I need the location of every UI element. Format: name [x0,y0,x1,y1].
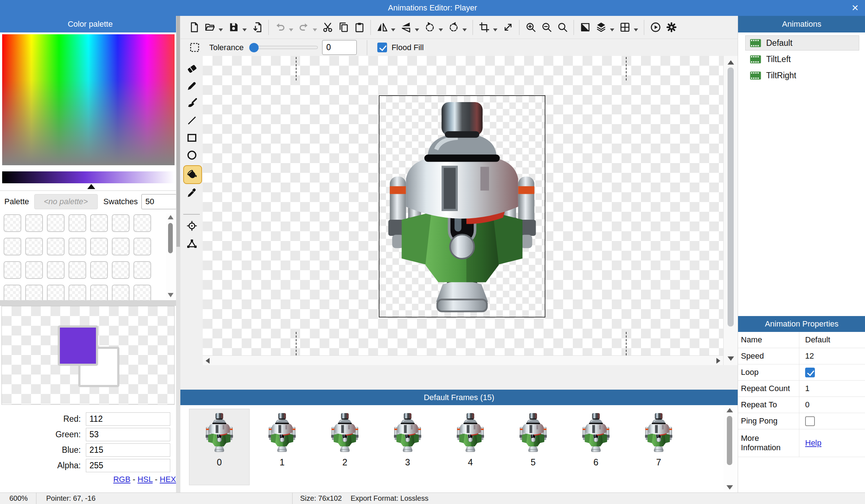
grid-menu-caret[interactable] [634,29,638,31]
open-file-menu-caret[interactable] [219,29,223,31]
animation-item[interactable]: Default [745,35,859,51]
frames-scrollbar[interactable] [724,407,736,491]
swatch-cell[interactable] [25,261,43,279]
color-field-input[interactable] [86,459,170,472]
frame-card[interactable]: 6 [566,409,626,485]
current-color-swatch[interactable] [58,325,98,366]
new-file-button[interactable] [187,21,201,34]
collision-mask-tool[interactable] [185,237,199,251]
zoom-button[interactable] [556,21,569,34]
ellipse-tool[interactable] [185,148,199,162]
invert-colors-button[interactable] [578,21,592,34]
tolerance-slider[interactable] [250,46,318,49]
scroll-left-icon[interactable] [206,358,210,364]
flip-vertical-button[interactable] [399,21,413,34]
drawing-canvas[interactable] [203,56,723,355]
swatch-cell[interactable] [90,214,108,232]
swatch-cell[interactable] [47,214,65,232]
eraser-tool[interactable] [185,62,199,75]
lightness-slider[interactable] [2,171,175,183]
swatch-cell[interactable] [133,261,151,279]
frame-card[interactable]: 2 [315,409,375,485]
swatch-cell[interactable] [47,261,65,279]
frame-card[interactable]: 3 [377,409,438,485]
export-file-button[interactable] [250,21,264,34]
frame-bounds[interactable] [379,95,545,317]
swatch-cell[interactable] [69,238,86,255]
close-button[interactable]: × [852,0,859,15]
rotate-counterclockwise-button[interactable] [423,21,436,34]
swatch-cell[interactable] [90,285,108,302]
palette-select-button[interactable]: <no palette> [34,194,98,209]
swatch-cell[interactable] [69,214,86,232]
frame-card[interactable]: 1 [252,409,312,485]
hsl-link[interactable]: HSL [137,475,153,484]
animation-item[interactable]: TiltRight [745,68,859,83]
save-menu-caret[interactable] [242,29,247,31]
swatch-cell[interactable] [4,261,21,279]
swatch-cell[interactable] [90,261,108,279]
rectangle-tool[interactable] [185,131,199,145]
swatch-cell[interactable] [133,214,151,232]
origin-point-tool[interactable] [185,219,199,233]
help-link[interactable]: Help [805,438,821,448]
color-picker-tool[interactable] [185,186,199,200]
frame-card[interactable]: 7 [628,409,689,485]
swatch-scrollbar[interactable] [166,214,175,299]
panel-scrollbar[interactable] [176,16,180,492]
preview-play-button[interactable] [649,21,662,34]
swatch-cell[interactable] [25,285,43,302]
cut-button[interactable] [321,21,334,34]
flip-horizontal-menu-caret[interactable] [391,29,395,31]
scroll-down-icon[interactable] [728,356,734,361]
swatch-cell[interactable] [112,285,129,302]
scroll-right-icon[interactable] [716,358,720,364]
frame-card[interactable]: 5 [503,409,563,485]
line-tool[interactable] [185,114,199,127]
frame-card[interactable]: 4 [440,409,501,485]
crop-menu-caret[interactable] [493,29,497,31]
flip-vertical-menu-caret[interactable] [415,29,419,31]
fill-bucket-tool[interactable] [185,167,199,181]
swatch-cell[interactable] [69,261,86,279]
hex-link[interactable]: HEX [160,475,176,484]
swatch-cell[interactable] [112,238,129,255]
brush-tool[interactable] [185,96,199,110]
rotate-clockwise-button[interactable] [447,21,460,34]
undo-menu-caret[interactable] [289,29,293,31]
rectangular-selection-icon[interactable] [188,41,201,54]
swatch-cell[interactable] [4,285,21,302]
scrollbar-thumb[interactable] [176,16,180,247]
swatches-count-input[interactable] [141,194,177,209]
scroll-up-icon[interactable] [168,215,174,219]
color-field-input[interactable] [86,443,170,457]
flood-fill-checkbox[interactable] [377,43,387,52]
swatch-cell[interactable] [90,238,108,255]
crop-button[interactable] [477,21,491,34]
canvas-vertical-scrollbar[interactable] [723,56,738,365]
rgb-link[interactable]: RGB [113,475,131,484]
property-checkbox[interactable] [805,416,815,426]
scrollbar-thumb[interactable] [728,67,734,326]
scrollbar-thumb[interactable] [168,223,173,253]
rotate-clockwise-menu-caret[interactable] [462,29,467,31]
swatch-cell[interactable] [25,238,43,255]
frame-card[interactable]: 0 [189,409,250,485]
color-field-input[interactable] [86,412,170,426]
paste-button[interactable] [352,21,366,34]
swatch-cell[interactable] [112,261,129,279]
scroll-up-icon[interactable] [726,408,733,412]
redo-menu-caret[interactable] [313,29,317,31]
zoom-in-button[interactable] [524,21,537,34]
swatch-cell[interactable] [25,214,43,232]
resize-button[interactable] [501,21,515,34]
swatch-cell[interactable] [47,285,65,302]
rotate-counterclockwise-menu-caret[interactable] [439,29,443,31]
swatch-cell[interactable] [133,285,151,302]
undo-button[interactable] [273,21,287,34]
save-button[interactable] [227,21,240,34]
property-checkbox[interactable] [805,368,815,377]
layers-menu-caret[interactable] [610,29,614,31]
flip-horizontal-button[interactable] [375,21,389,34]
scroll-down-icon[interactable] [726,485,733,490]
